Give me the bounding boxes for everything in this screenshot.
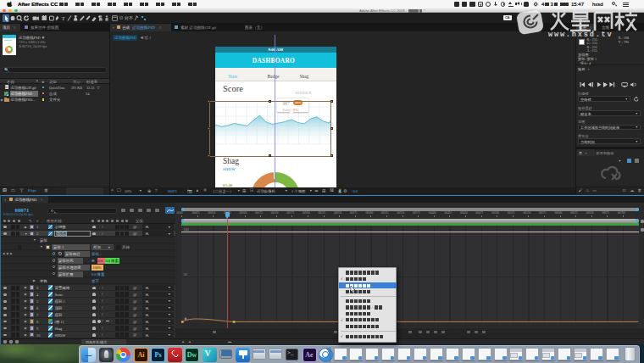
svg-text:T: T [62, 15, 66, 21]
